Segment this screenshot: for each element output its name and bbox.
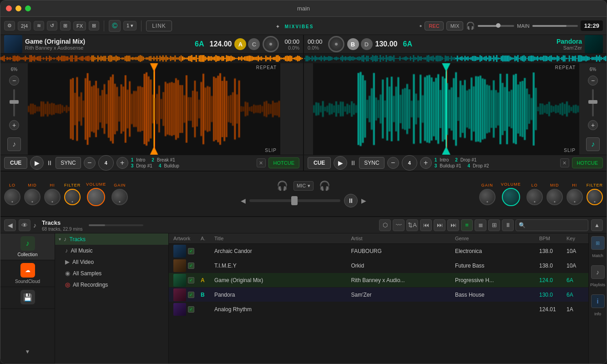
- close-button[interactable]: [6, 5, 12, 11]
- deck-left-close-button[interactable]: ×: [257, 158, 266, 167]
- deck-left-pitch-fader[interactable]: [13, 89, 15, 116]
- browser-skip-button[interactable]: ⏭: [447, 219, 459, 231]
- deck-right-cue-button[interactable]: CUE: [308, 157, 331, 169]
- browser-next-track-button[interactable]: ⏭: [434, 219, 445, 231]
- left-hi-knob[interactable]: [44, 189, 61, 205]
- deck-left-pitch-minus[interactable]: −: [9, 76, 19, 86]
- track-row[interactable]: ✓ A Game (Original Mix) Rith Banney x Au…: [169, 273, 588, 288]
- browser-search-input[interactable]: [516, 219, 588, 231]
- deck-left-hotcue-button[interactable]: HOTCUE: [268, 157, 299, 168]
- track-checkbox[interactable]: ✓: [188, 248, 194, 254]
- tree-item-all-video[interactable]: ▶ All Video: [55, 256, 168, 268]
- deck-right-pitch-plus[interactable]: +: [588, 120, 598, 130]
- maximize-button[interactable]: [25, 5, 31, 11]
- col-header-title[interactable]: Title: [212, 233, 349, 243]
- sidebar-drive[interactable]: 💾: [0, 287, 55, 309]
- settings-button[interactable]: ⚙: [4, 21, 15, 30]
- track-checkbox[interactable]: ✓: [188, 292, 194, 298]
- main-volume-slider[interactable]: [532, 25, 578, 27]
- mic-selector[interactable]: MIC ▾: [293, 181, 314, 191]
- browser-list-view-button[interactable]: ≡: [461, 219, 473, 231]
- info-button[interactable]: i: [591, 294, 605, 308]
- browser-usb-button[interactable]: ⬡: [379, 219, 391, 231]
- sync-mode-button[interactable]: ↺: [47, 21, 57, 30]
- browser-pause-button[interactable]: ⏸: [502, 219, 514, 231]
- left-headphone-icon[interactable]: 🎧: [277, 180, 288, 191]
- crossfader[interactable]: [249, 199, 340, 202]
- right-volume-knob[interactable]: [502, 188, 520, 206]
- col-header-artwork[interactable]: Artwork: [171, 233, 198, 243]
- col-header-bpm[interactable]: BPM: [536, 233, 564, 243]
- browser-collapse-button[interactable]: ▲: [591, 219, 603, 231]
- track-row[interactable]: ✓ B Pandora Sam'Zer Bass House 130.0 6A: [169, 288, 588, 302]
- cf-right-arrow[interactable]: ▶: [361, 197, 366, 204]
- deck-right-spinner[interactable]: [328, 36, 344, 52]
- cf-left-arrow[interactable]: ◀: [241, 197, 246, 204]
- right-headphone-icon[interactable]: 🎧: [319, 180, 330, 191]
- left-volume-knob[interactable]: [87, 188, 105, 206]
- tree-item-all-music[interactable]: ♪ All Music: [55, 245, 168, 256]
- grid-button[interactable]: ⊞: [89, 21, 99, 30]
- track-checkbox[interactable]: ✓: [188, 306, 194, 313]
- track-row[interactable]: ✓ T.I.M.E.Y Orkid Future Bass 138.0 10A: [169, 258, 588, 273]
- track-row[interactable]: ✓ Analog Rhythm 124.01 1A: [169, 302, 588, 317]
- deck-left-play-button[interactable]: ▶: [30, 156, 44, 170]
- tree-item-tracks[interactable]: ▾ ♪ Tracks: [55, 233, 168, 245]
- browser-prev-track-button[interactable]: ⏮: [420, 219, 432, 231]
- left-lo-knob[interactable]: [4, 189, 20, 205]
- deck-left-note-button[interactable]: ♪: [7, 137, 21, 151]
- browser-grid-view-button[interactable]: ⊞: [488, 219, 500, 231]
- deck-left-sync-button[interactable]: SYNC: [56, 157, 81, 169]
- browser-progress-bar[interactable]: [89, 224, 143, 226]
- beat-grid-button[interactable]: ⊞: [60, 21, 71, 30]
- col-header-genre[interactable]: Genre: [452, 233, 536, 243]
- deck-left-tempo-minus[interactable]: −: [84, 157, 96, 169]
- deck-left-a-button[interactable]: A: [234, 38, 246, 50]
- right-gain-knob[interactable]: [479, 189, 496, 205]
- deck-right-d-button[interactable]: D: [361, 38, 373, 50]
- deck-left-spinner[interactable]: [263, 36, 279, 52]
- right-hi-knob[interactable]: [567, 189, 583, 205]
- deck-1-button[interactable]: 1 ▾: [123, 21, 137, 30]
- deck-right-note-button[interactable]: ♪: [586, 137, 600, 151]
- right-filter-knob[interactable]: [587, 189, 603, 205]
- browser-wave-button[interactable]: 〰: [393, 219, 405, 231]
- deck-right-close-button[interactable]: ×: [560, 158, 569, 167]
- pause-play-button[interactable]: ⏸: [344, 194, 358, 207]
- deck-right-pitch-minus[interactable]: −: [588, 76, 598, 86]
- track-checkbox[interactable]: ✓: [188, 277, 194, 283]
- deck-right-b-button[interactable]: B: [347, 38, 359, 50]
- deck-right-tempo-minus[interactable]: −: [387, 157, 399, 169]
- match-button[interactable]: ⊞: [591, 236, 605, 250]
- deck-left-c-button[interactable]: C: [248, 38, 260, 50]
- right-mid-knob[interactable]: [546, 189, 563, 205]
- deck-right-pitch-fader[interactable]: [592, 89, 594, 116]
- deck-right-sync-button[interactable]: SYNC: [359, 157, 384, 169]
- tree-item-all-samples[interactable]: ◉ All Samples: [55, 268, 168, 279]
- col-header-artist[interactable]: Artist: [349, 233, 452, 243]
- left-filter-knob[interactable]: [64, 189, 81, 205]
- playlists-button[interactable]: ♪: [591, 265, 605, 279]
- tree-item-all-recordings[interactable]: ◎ All Recordings: [55, 279, 168, 290]
- deck-count-button[interactable]: 2|4: [18, 21, 31, 30]
- col-header-key[interactable]: Key: [564, 233, 587, 243]
- mix-button[interactable]: MIX: [446, 21, 464, 30]
- sidebar-scroll-button[interactable]: ▼: [0, 342, 55, 364]
- left-gain-knob[interactable]: [111, 189, 128, 205]
- track-row[interactable]: ✓ Archaic Candor FAUBOURG Electronica 13…: [169, 244, 588, 258]
- deck-right-play-button[interactable]: ▶: [334, 156, 347, 170]
- browser-back-button[interactable]: ◀: [4, 219, 16, 231]
- deck-right-hotcue-button[interactable]: HOTCUE: [572, 157, 603, 168]
- track-checkbox[interactable]: ✓: [188, 263, 194, 269]
- left-mid-knob[interactable]: [24, 189, 40, 205]
- deck-left-pitch-plus[interactable]: +: [9, 120, 19, 130]
- rec-button[interactable]: REC: [425, 21, 443, 30]
- browser-sort-button[interactable]: ⇅A: [406, 219, 418, 231]
- cue-volume-slider[interactable]: [478, 25, 514, 27]
- browser-detail-view-button[interactable]: ≣: [475, 219, 486, 231]
- right-lo-knob[interactable]: [526, 189, 543, 205]
- fx-button[interactable]: FX: [73, 21, 86, 30]
- waveform-button[interactable]: ≋: [34, 21, 44, 30]
- col-header-a[interactable]: A.: [198, 233, 212, 243]
- deck-left-tempo-plus[interactable]: +: [116, 157, 128, 169]
